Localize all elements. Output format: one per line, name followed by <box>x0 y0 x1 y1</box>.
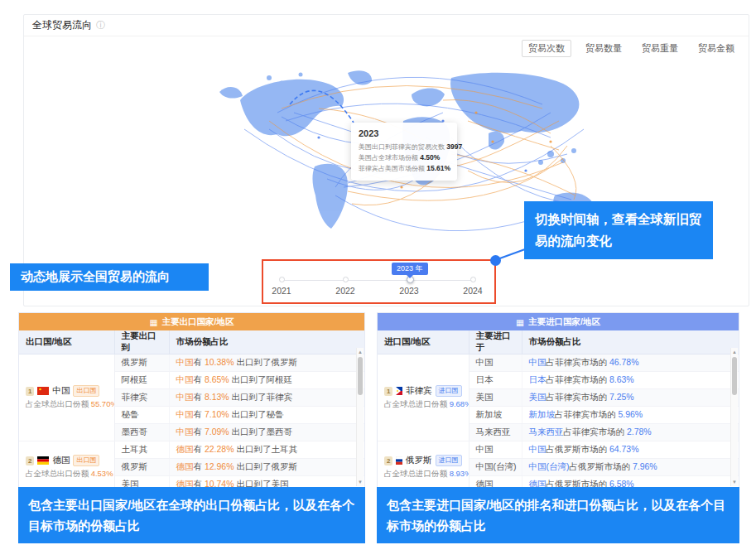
year-label-2022[interactable]: 2022 <box>329 286 362 296</box>
year-label-2024[interactable]: 2024 <box>456 286 489 296</box>
annotation-timeline: 切换时间轴，查看全球新旧贸易的流向变化 <box>524 201 713 259</box>
country-role-tag: 进口国 <box>436 385 462 397</box>
metric-button-weight[interactable]: 贸易重量 <box>636 41 684 56</box>
col-export-dest: 主要出口到 <box>114 330 169 354</box>
scrollbar-thumb[interactable] <box>732 357 737 395</box>
partner-country-cell: 俄罗斯 <box>114 354 169 372</box>
annotation-anchor-dot <box>490 255 501 266</box>
market-share-cell: 日本占菲律宾市场的 8.63% <box>522 372 739 389</box>
col-import-country: 进口国/地区 <box>378 330 469 354</box>
table-row: 2俄罗斯进口国占全球总进口份额 8.93%中国中国占俄罗斯市场的 64.73% <box>378 441 739 459</box>
flag-russia <box>396 456 402 465</box>
annotation-import-table: 包含主要进口国家/地区的排名和进口份额占比，以及在各个目标市场的份额占比 <box>377 487 739 543</box>
market-share-cell: 中国有 8.13% 出口到了菲律宾 <box>169 389 364 407</box>
timeline-tick-2021[interactable] <box>279 277 285 282</box>
country-group-cell: 2俄罗斯进口国占全球总进口份额 8.93% <box>378 441 469 494</box>
market-share-cell: 中国有 7.10% 出口到了秘鲁 <box>169 407 364 424</box>
table-row: 1菲律宾进口国占全球总进口份额 9.68%中国中国占菲律宾市场的 46.78% <box>378 354 739 372</box>
partner-country-cell: 土耳其 <box>114 441 169 459</box>
table-row: 1中国出口国占全球总出口份额 55.70%俄罗斯中国有 10.38% 出口到了俄… <box>19 354 364 372</box>
scroll-down-icon[interactable]: ▼ <box>357 478 364 486</box>
market-share-cell: 中国有 7.09% 出口到了墨西哥 <box>169 424 364 441</box>
global-share: 占全球总进口份额 8.93% <box>384 469 462 480</box>
market-share-cell: 美国占菲律宾市场的 7.25% <box>522 389 739 407</box>
timeline-tick-2024[interactable] <box>470 277 476 282</box>
market-share-cell: 德国有 22.28% 出口到了土耳其 <box>169 441 364 459</box>
country-name: 俄罗斯 <box>406 455 432 466</box>
export-table-scrollbar[interactable]: ▲ ▼ <box>356 348 364 486</box>
partner-country-cell: 日本 <box>469 372 522 389</box>
col-export-share: 市场份额占比 <box>169 330 364 354</box>
flag-germany <box>37 456 49 465</box>
country-group-cell: 1菲律宾进口国占全球总进口份额 9.68% <box>378 354 469 441</box>
country-name: 中国 <box>52 385 70 397</box>
annotation-export-table: 包含主要出口国家/地区在全球的出口份额占比，以及在各个目标市场的份额占比 <box>18 487 365 543</box>
table-row: 2德国出口国占全球总出口份额 4.53%土耳其德国有 22.28% 出口到了土耳… <box>19 441 364 459</box>
rank-badge: 1 <box>26 387 34 396</box>
partner-country-cell: 菲律宾 <box>114 389 169 407</box>
country-role-tag: 进口国 <box>436 455 462 466</box>
import-table-scrollbar[interactable]: ▲ ▼ <box>730 348 738 486</box>
tooltip-line-market-share: 菲律宾占美国市场份额 15.61% <box>359 163 450 174</box>
export-table-title: ▦ 主要出口国家/地区 <box>19 313 364 330</box>
timeline-slider[interactable] <box>282 280 474 281</box>
market-share-cell: 中国有 8.65% 出口到了阿根廷 <box>169 372 364 389</box>
info-icon[interactable]: ⓘ <box>96 19 105 31</box>
metric-button-count[interactable]: 贸易次数 <box>522 40 571 57</box>
col-import-source: 主要进口于 <box>469 330 522 354</box>
market-share-cell: 德国有 12.96% 出口到了俄罗斯 <box>169 459 364 476</box>
export-table: ▦ 主要出口国家/地区 出口国/地区 主要出口到 市场份额占比 1中国出口国占全… <box>18 312 365 488</box>
rank-badge: 1 <box>384 387 392 396</box>
col-import-share: 市场份额占比 <box>522 330 739 354</box>
timeline-tick-2022[interactable] <box>343 277 349 282</box>
country-role-tag: 出口国 <box>73 385 99 397</box>
partner-country-cell: 墨西哥 <box>114 424 169 441</box>
flag-china <box>37 387 49 395</box>
partner-country-cell: 秘鲁 <box>114 407 169 424</box>
tooltip-year: 2023 <box>359 128 450 138</box>
rank-badge: 2 <box>26 456 34 465</box>
timeline-value-tooltip: 2023 年 <box>392 263 428 275</box>
partner-country-cell: 美国 <box>469 389 522 407</box>
partner-country-cell: 中国 <box>469 441 522 459</box>
flag-philippines <box>396 387 402 395</box>
partner-country-cell: 俄罗斯 <box>114 459 169 476</box>
partner-country-cell: 马来西亚 <box>469 424 522 441</box>
global-share: 占全球总出口份额 55.70% <box>26 399 108 410</box>
market-share-cell: 新加坡占菲律宾市场的 5.96% <box>522 407 739 424</box>
market-share-cell: 中国(台湾)占俄罗斯市场的 7.96% <box>522 459 739 476</box>
rank-badge: 2 <box>384 456 392 465</box>
card-header: 全球贸易流向 ⓘ <box>24 15 749 36</box>
year-label-2023[interactable]: 2023 <box>392 286 426 296</box>
year-label-2021[interactable]: 2021 <box>265 286 298 296</box>
country-role-tag: 出口国 <box>73 455 99 466</box>
partner-country-cell: 新加坡 <box>469 407 522 424</box>
scroll-up-icon[interactable]: ▲ <box>731 348 738 356</box>
map-tooltip: 2023 美国出口到菲律宾的贸易次数 3997 美国占全球市场份额 4.50% … <box>351 123 457 181</box>
global-share: 占全球总进口份额 9.68% <box>384 399 462 410</box>
tooltip-line-global-share: 美国占全球市场份额 4.50% <box>359 152 450 163</box>
timeline-highlight-box <box>262 259 496 304</box>
metric-button-amount[interactable]: 贸易金额 <box>692 41 740 56</box>
partner-country-cell: 中国(台湾) <box>469 459 522 476</box>
import-table-title: ▦ 主要进口国家/地区 <box>378 313 739 330</box>
tooltip-line-count: 美国出口到菲律宾的贸易次数 3997 <box>359 142 450 152</box>
page: 全球贸易流向 ⓘ 贸易次数 贸易数量 贸易重量 贸易金额 <box>0 0 756 545</box>
country-name: 德国 <box>52 455 70 466</box>
country-group-cell: 1中国出口国占全球总出口份额 55.70% <box>19 354 114 441</box>
annotation-map-flow: 动态地展示全国贸易的流向 <box>10 263 209 291</box>
metric-toolbar: 贸易次数 贸易数量 贸易重量 贸易金额 <box>522 40 740 57</box>
market-share-cell: 中国占俄罗斯市场的 64.73% <box>522 441 739 459</box>
scroll-up-icon[interactable]: ▲ <box>357 348 364 356</box>
market-share-cell: 中国占菲律宾市场的 46.78% <box>522 354 739 372</box>
market-share-cell: 马来西亚占菲律宾市场的 2.78% <box>522 424 739 441</box>
metric-button-quantity[interactable]: 贸易数量 <box>580 41 628 56</box>
partner-country-cell: 阿根廷 <box>114 372 169 389</box>
scrollbar-thumb[interactable] <box>358 357 363 395</box>
page-title: 全球贸易流向 <box>32 18 92 32</box>
market-share-cell: 中国有 10.38% 出口到了俄罗斯 <box>169 354 364 372</box>
col-export-country: 出口国/地区 <box>19 330 114 354</box>
partner-country-cell: 中国 <box>469 354 522 372</box>
scroll-down-icon[interactable]: ▼ <box>731 478 738 486</box>
import-table: ▦ 主要进口国家/地区 进口国/地区 主要进口于 市场份额占比 1菲律宾进口国占… <box>377 312 739 488</box>
